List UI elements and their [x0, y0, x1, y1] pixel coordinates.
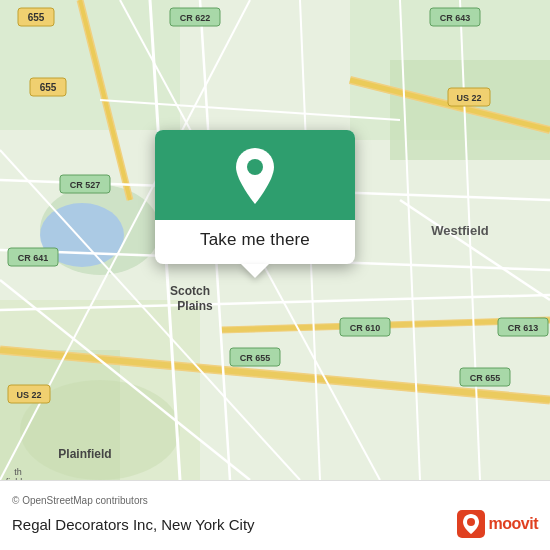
svg-text:CR 610: CR 610 — [350, 323, 381, 333]
place-name: Regal Decorators Inc, New York City — [12, 516, 255, 533]
location-pin-icon — [231, 148, 279, 204]
svg-text:US 22: US 22 — [456, 93, 481, 103]
moovit-logo: moovit — [457, 510, 538, 538]
popup-header — [155, 130, 355, 220]
bottom-bar: © OpenStreetMap contributors Regal Decor… — [0, 480, 550, 550]
svg-text:th: th — [14, 467, 22, 477]
svg-text:Plains: Plains — [177, 299, 213, 313]
map-attribution: © OpenStreetMap contributors — [12, 495, 538, 506]
svg-text:655: 655 — [28, 12, 45, 23]
svg-text:CR 643: CR 643 — [440, 13, 471, 23]
moovit-icon — [457, 510, 485, 538]
svg-text:CR 613: CR 613 — [508, 323, 539, 333]
svg-text:US 22: US 22 — [16, 390, 41, 400]
svg-point-63 — [247, 159, 263, 175]
popup-body: Take me there — [155, 220, 355, 264]
map-container: 655 CR 622 CR 643 655 CR 527 S 22 US 22 … — [0, 0, 550, 480]
moovit-text: moovit — [489, 515, 538, 533]
svg-point-65 — [467, 518, 475, 526]
svg-text:655: 655 — [40, 82, 57, 93]
svg-text:CR 527: CR 527 — [70, 180, 101, 190]
place-info: Regal Decorators Inc, New York City moov… — [12, 510, 538, 538]
svg-text:CR 655: CR 655 — [470, 373, 501, 383]
location-popup: Take me there — [155, 130, 355, 264]
svg-text:Scotch: Scotch — [170, 284, 210, 298]
svg-text:Westfield: Westfield — [431, 223, 489, 238]
attribution-text: © OpenStreetMap contributors — [12, 495, 148, 506]
svg-text:Plainfield: Plainfield — [58, 447, 111, 461]
svg-text:CR 622: CR 622 — [180, 13, 211, 23]
svg-text:CR 641: CR 641 — [18, 253, 49, 263]
take-me-there-button[interactable]: Take me there — [200, 230, 310, 250]
svg-text:CR 655: CR 655 — [240, 353, 271, 363]
